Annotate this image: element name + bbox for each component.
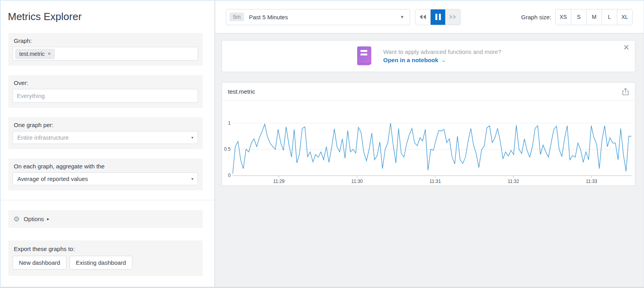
fast-forward-button[interactable] (445, 9, 460, 25)
x-axis-tick-label: 11:29 (269, 179, 289, 184)
metric-tag-label: test.metric (19, 51, 45, 57)
one-graph-per-value: Entire infrastructure (17, 134, 69, 141)
export-section: Export these graphs to: New dashboard Ex… (8, 240, 203, 276)
metric-tag: test.metric × (15, 49, 55, 59)
metric-graph-card: test.metric 00.5111:2911:3011:3111:3211:… (222, 82, 635, 186)
x-axis-tick-label: 11:33 (582, 179, 601, 184)
one-graph-per-select[interactable]: Entire infrastructure ▾ (13, 131, 198, 144)
sidebar-divider (1, 200, 214, 200)
x-axis-tick-label: 11:31 (426, 179, 445, 184)
graph-title: test.metric (228, 88, 255, 95)
aggregate-section: On each graph, aggregate with the Averag… (8, 159, 203, 190)
y-axis-tick-label: 0.5 (222, 146, 231, 152)
graph-size-group: XS S M L XL (555, 9, 633, 25)
chevron-down-icon: ▼ (400, 15, 404, 19)
remove-tag-icon[interactable]: × (48, 51, 51, 57)
pause-icon (435, 14, 441, 20)
aggregate-label: On each graph, aggregate with the (13, 163, 198, 170)
time-range-select[interactable]: 5m Past 5 Minutes ▼ (226, 9, 410, 25)
y-axis-tick-label: 0 (222, 173, 231, 178)
chevron-down-icon: ▾ (191, 177, 193, 181)
aggregate-select[interactable]: Average of reported values ▾ (13, 172, 198, 185)
graph-size-m-button[interactable]: M (586, 9, 602, 25)
open-notebook-link[interactable]: Open in a notebook → (383, 56, 446, 65)
one-graph-per-section: One graph per: Entire infrastructure ▾ (8, 117, 203, 149)
options-toggle[interactable]: ⚙ Options ▸ (8, 210, 203, 228)
one-graph-per-label: One graph per: (13, 122, 198, 128)
graph-size-s-button[interactable]: S (571, 9, 586, 25)
graph-metric-input[interactable]: test.metric × (13, 47, 198, 61)
over-input-wrap (13, 89, 198, 103)
rewind-icon (419, 14, 426, 20)
notebook-icon (356, 46, 374, 67)
graph-card-header: test.metric (222, 83, 635, 101)
chevron-down-icon: ▾ (191, 135, 193, 140)
topbar: 5m Past 5 Minutes ▼ (215, 1, 644, 33)
metrics-explorer-page: Metrics Explorer Graph: test.metric × Ov… (0, 0, 644, 288)
line-chart: 00.5111:2911:3011:3111:3211:33 (222, 101, 635, 186)
main-area: 5m Past 5 Minutes ▼ (215, 1, 644, 287)
over-input[interactable] (15, 89, 195, 102)
existing-dashboard-button[interactable]: Existing dashboard (70, 256, 132, 270)
x-axis-tick-label: 11:30 (347, 179, 367, 184)
time-range-label: Past 5 Minutes (249, 14, 400, 20)
options-label: Options (24, 216, 44, 222)
x-axis-tick-label: 11:32 (504, 179, 523, 184)
playback-controls (415, 9, 461, 25)
pause-button[interactable] (430, 9, 445, 25)
fast-forward-icon (450, 14, 457, 20)
close-icon[interactable]: ✕ (623, 44, 629, 51)
sidebar: Metrics Explorer Graph: test.metric × Ov… (1, 1, 215, 287)
y-axis-tick-label: 1 (222, 120, 231, 126)
page-title: Metrics Explorer (8, 11, 214, 23)
graph-size-xs-button[interactable]: XS (556, 9, 571, 25)
rewind-button[interactable] (415, 9, 430, 25)
banner-message: Want to apply advanced functions and mor… (383, 48, 501, 56)
over-section: Over: (8, 75, 203, 108)
graph-size-label: Graph size: (521, 14, 551, 20)
graph-field-label: Graph: (13, 37, 198, 44)
notebook-banner: Want to apply advanced functions and mor… (222, 40, 635, 72)
content-area: Want to apply advanced functions and mor… (215, 33, 644, 287)
export-label: Export these graphs to: (13, 246, 198, 252)
gear-icon: ⚙ (13, 216, 20, 223)
export-icon[interactable] (622, 88, 629, 96)
caret-right-icon: ▸ (47, 216, 50, 222)
aggregate-value: Average of reported values (17, 175, 88, 182)
over-field-label: Over: (13, 79, 198, 86)
graph-section: Graph: test.metric × (8, 33, 203, 66)
time-range-badge: 5m (229, 13, 244, 21)
graph-size-l-button[interactable]: L (602, 9, 617, 25)
new-dashboard-button[interactable]: New dashboard (13, 256, 66, 270)
graph-size-xl-button[interactable]: XL (617, 9, 632, 25)
